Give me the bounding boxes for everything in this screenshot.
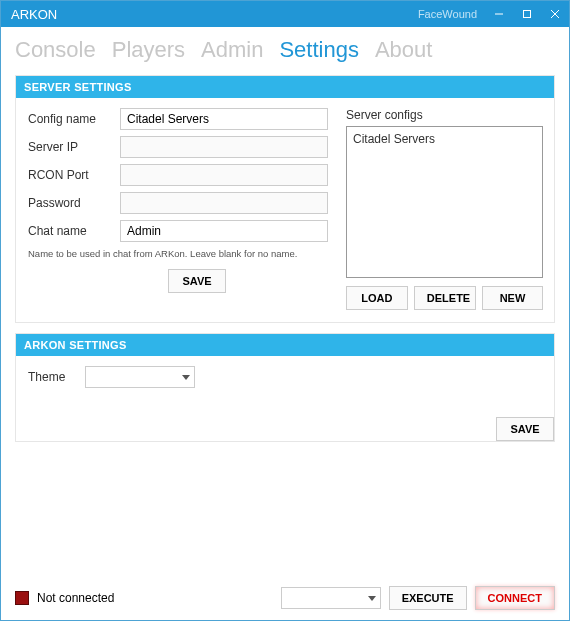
list-item[interactable]: Citadel Servers (353, 131, 536, 147)
tab-players[interactable]: Players (112, 37, 185, 63)
chat-name-label: Chat name (28, 224, 120, 238)
main-tabs: Console Players Admin Settings About (1, 27, 569, 71)
status-indicator-icon (15, 591, 29, 605)
config-name-input[interactable] (120, 108, 328, 130)
server-settings-panel: SERVER SETTINGS Config name Server IP RC… (15, 75, 555, 323)
theme-dropdown[interactable] (85, 366, 195, 388)
connection-status: Not connected (37, 591, 114, 605)
server-ip-input[interactable] (120, 136, 328, 158)
tab-settings[interactable]: Settings (279, 37, 359, 63)
titlebar: ARKON FaceWound (1, 1, 569, 27)
command-dropdown[interactable] (281, 587, 381, 609)
password-input[interactable] (120, 192, 328, 214)
server-ip-label: Server IP (28, 140, 120, 154)
arkon-settings-header: ARKON SETTINGS (16, 334, 554, 356)
rcon-port-label: RCON Port (28, 168, 120, 182)
close-icon (550, 9, 560, 19)
server-save-button[interactable]: SAVE (168, 269, 226, 293)
config-name-label: Config name (28, 112, 120, 126)
close-button[interactable] (541, 1, 569, 27)
tab-console[interactable]: Console (15, 37, 96, 63)
server-settings-header: SERVER SETTINGS (16, 76, 554, 98)
password-label: Password (28, 196, 120, 210)
arkon-settings-panel: ARKON SETTINGS Theme SAVE (15, 333, 555, 442)
minimize-button[interactable] (485, 1, 513, 27)
execute-button[interactable]: EXECUTE (389, 586, 467, 610)
maximize-icon (522, 9, 532, 19)
arkon-save-button[interactable]: SAVE (496, 417, 554, 441)
new-button[interactable]: NEW (482, 286, 544, 310)
chevron-down-icon (182, 375, 190, 380)
maximize-button[interactable] (513, 1, 541, 27)
tab-about[interactable]: About (375, 37, 433, 63)
minimize-icon (494, 9, 504, 19)
titlebar-subtitle: FaceWound (418, 8, 477, 20)
load-button[interactable]: LOAD (346, 286, 408, 310)
server-configs-label: Server configs (346, 108, 543, 122)
server-configs-list[interactable]: Citadel Servers (346, 126, 543, 278)
chat-name-help: Name to be used in chat from ARKon. Leav… (28, 248, 328, 259)
delete-button[interactable]: DELETE (414, 286, 476, 310)
footer-bar: Not connected EXECUTE CONNECT (1, 578, 569, 620)
rcon-port-input[interactable] (120, 164, 328, 186)
chat-name-input[interactable] (120, 220, 328, 242)
app-title: ARKON (11, 7, 57, 22)
theme-label: Theme (28, 370, 65, 384)
connect-button[interactable]: CONNECT (475, 586, 555, 610)
svg-rect-1 (524, 11, 531, 18)
tab-admin[interactable]: Admin (201, 37, 263, 63)
chevron-down-icon (368, 596, 376, 601)
